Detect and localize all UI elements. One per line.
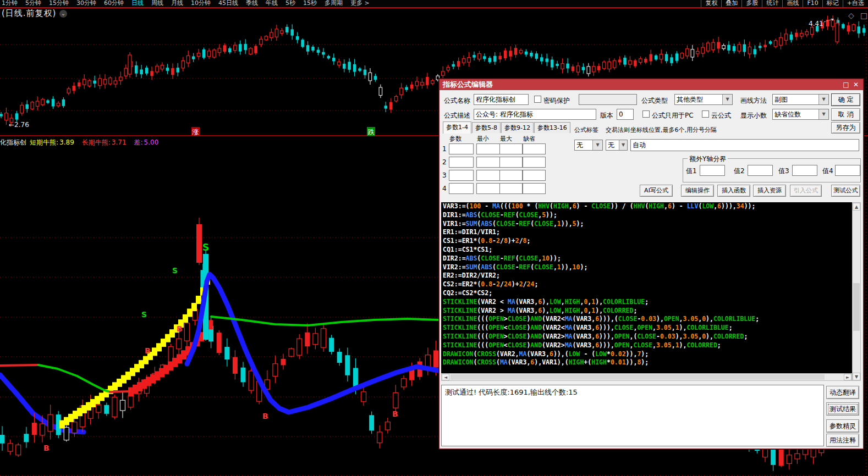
action-button-插入函数[interactable]: 插入函数: [717, 185, 750, 197]
param-input-r4c3[interactable]: [499, 183, 523, 194]
menu-item-5[interactable]: 日线: [131, 0, 144, 7]
tool-menu-item-5[interactable]: F10: [803, 0, 822, 7]
maximize-icon[interactable]: □: [841, 79, 851, 90]
password-checkbox[interactable]: [534, 96, 541, 103]
action-button-插入资源[interactable]: 插入资源: [753, 185, 786, 197]
side-button-测试结果[interactable]: 测试结果: [826, 402, 859, 416]
tab-参数9-12[interactable]: 参数9-12: [501, 122, 534, 133]
menu-item-2[interactable]: 15分钟: [49, 0, 69, 7]
param-input-r2c2[interactable]: [476, 157, 501, 168]
action-button-测试公式[interactable]: 测试公式: [831, 185, 860, 197]
chevron-down-icon[interactable]: ⌄: [59, 10, 67, 18]
formula-desc-input[interactable]: [474, 109, 596, 120]
tab-参数13-16[interactable]: 参数13-16: [534, 122, 570, 133]
menu-item-11[interactable]: 年线: [266, 0, 278, 7]
dialog-titlebar[interactable]: 指标公式编辑器 □ ✕: [440, 79, 863, 90]
formula-type-select[interactable]: 其他类型 ▼: [674, 94, 733, 105]
param-input-r3c3[interactable]: [499, 170, 523, 181]
scrollbar-thumb[interactable]: [451, 374, 825, 380]
extra-y-input-2[interactable]: [748, 165, 773, 176]
extra-y-input-4[interactable]: [835, 165, 860, 176]
tool-menu-item-1[interactable]: 叠加: [721, 0, 741, 7]
tab-参数5-8[interactable]: 参数5-8: [472, 122, 501, 133]
action-button-编辑操作[interactable]: 编辑操作: [681, 185, 714, 197]
action-button-AI写公式[interactable]: AI写公式: [640, 185, 673, 197]
menu-item-13[interactable]: 15秒: [303, 0, 317, 7]
extra-y-input-3[interactable]: [792, 165, 817, 176]
extra-y-input-1[interactable]: [700, 165, 725, 176]
menu-item-15[interactable]: 更多 >: [350, 0, 370, 7]
side-button-参数精灵[interactable]: 参数精灵: [826, 419, 859, 433]
tool-menu-item-7[interactable]: +自选: [843, 0, 868, 7]
scroll-down-icon[interactable]: ▼: [853, 373, 860, 380]
param-input-r4c2[interactable]: [476, 183, 501, 194]
param-input-r2c4[interactable]: [523, 157, 546, 168]
svg-text:跌: 跌: [368, 128, 375, 136]
menu-item-0[interactable]: 1分钟: [2, 0, 18, 7]
vertical-scrollbar[interactable]: ▲ ▼: [852, 202, 861, 381]
extra-y-title: 额外Y轴分界: [688, 154, 728, 164]
menu-item-14[interactable]: 多周期: [325, 0, 343, 7]
decimal-select[interactable]: 缺省位数 ▼: [772, 109, 829, 120]
dropdown-arrow-icon[interactable]: ▼: [818, 109, 828, 119]
cloud-formula-checkbox[interactable]: [702, 110, 709, 118]
formula-name-input[interactable]: [474, 94, 529, 105]
scroll-left-icon[interactable]: ◄: [442, 374, 449, 380]
indicator-value-0: 3.89: [59, 139, 74, 146]
cancel-button[interactable]: 取 消: [831, 108, 860, 121]
menu-item-8[interactable]: 10分钟: [191, 0, 211, 7]
draw-method-select[interactable]: 副图 ▼: [772, 94, 829, 105]
param-input-r3c1[interactable]: [449, 170, 474, 181]
code-line: STICKLINE(VAR2 < MA(VAR3,6),LOW,HIGH,0,1…: [441, 298, 852, 307]
menu-item-6[interactable]: 周线: [151, 0, 163, 7]
param-input-r1c3[interactable]: [499, 143, 523, 154]
param-input-r2c1[interactable]: [449, 157, 474, 168]
menu-item-12[interactable]: 5秒: [285, 0, 295, 7]
scroll-right-icon[interactable]: ►: [844, 374, 851, 380]
param-input-r2c3[interactable]: [499, 157, 523, 168]
param-input-r1c4[interactable]: [523, 143, 546, 154]
tool-menu-item-0[interactable]: 复权: [701, 0, 721, 7]
code-line: STICKLINE(((OPEN>CLOSE)AND(VAR2<MA(VAR3,…: [441, 315, 852, 324]
tool-menu-item-6[interactable]: 标记: [822, 0, 843, 7]
dropdown-arrow-icon[interactable]: ▼: [619, 140, 627, 150]
param-input-r4c4[interactable]: [523, 183, 546, 194]
scroll-up-icon[interactable]: ▲: [853, 203, 860, 211]
dropdown-arrow-icon[interactable]: ▼: [722, 95, 732, 104]
param-input-r4c1[interactable]: [449, 183, 474, 194]
param-row-number: 2: [442, 158, 447, 166]
side-button-用法注释[interactable]: 用法注释: [826, 434, 859, 447]
save-as-button[interactable]: 另存为: [831, 122, 860, 134]
menu-item-3[interactable]: 30分钟: [76, 0, 96, 7]
version-input[interactable]: [617, 109, 634, 120]
tool-menu-item-3[interactable]: 统计: [762, 0, 782, 7]
menu-item-9[interactable]: 45日线: [218, 0, 238, 7]
menu-item-4[interactable]: 60分钟: [104, 0, 124, 7]
pc-only-checkbox[interactable]: [642, 110, 650, 118]
horizontal-scrollbar[interactable]: ◄ ►: [441, 373, 852, 381]
formula-tag-select[interactable]: 无 ▼: [574, 140, 603, 151]
coordline-input[interactable]: [630, 139, 859, 151]
param-input-r3c2[interactable]: [476, 170, 501, 181]
code-editor[interactable]: VAR3:=(100 - MA(((100 * (HHV(HIGH,6) - C…: [441, 202, 852, 373]
menu-item-10[interactable]: 季线: [246, 0, 258, 7]
scrollbar-thumb[interactable]: [853, 283, 860, 331]
trade-rule-label: 交易法则: [606, 126, 630, 134]
chart-mode-header[interactable]: (日线.前复权) ⌄: [2, 8, 67, 19]
menu-item-1[interactable]: 5分钟: [25, 0, 41, 7]
close-icon[interactable]: ✕: [851, 79, 861, 90]
param-input-r3c4[interactable]: [523, 170, 546, 181]
dropdown-arrow-icon[interactable]: ▼: [592, 140, 602, 150]
tool-menu-item-4[interactable]: 画线: [782, 0, 803, 7]
ok-button[interactable]: 确 定: [831, 93, 860, 106]
trade-rule-select[interactable]: 无 ▼: [606, 140, 628, 151]
dropdown-arrow-icon[interactable]: ▼: [818, 95, 828, 104]
tool-menu-item-2[interactable]: 多股: [741, 0, 762, 7]
param-input-r1c1[interactable]: [449, 143, 474, 154]
param-input-r1c2[interactable]: [476, 143, 501, 154]
tab-参数1-4[interactable]: 参数1-4: [443, 121, 471, 134]
indicator-value-2: 5.00: [144, 139, 159, 146]
side-button-动态翻译[interactable]: 动态翻译: [826, 386, 859, 399]
svg-text:涨: 涨: [192, 128, 199, 136]
menu-item-7[interactable]: 月线: [171, 0, 183, 7]
